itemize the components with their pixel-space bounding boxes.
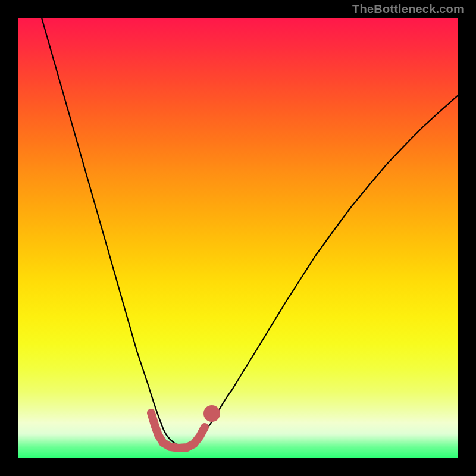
bottleneck-curve <box>42 18 458 447</box>
plot-area <box>18 18 458 458</box>
highlight-band <box>151 409 216 448</box>
chart-svg <box>18 18 458 458</box>
watermark-text: TheBottleneck.com <box>352 2 464 16</box>
svg-point-0 <box>208 409 216 418</box>
